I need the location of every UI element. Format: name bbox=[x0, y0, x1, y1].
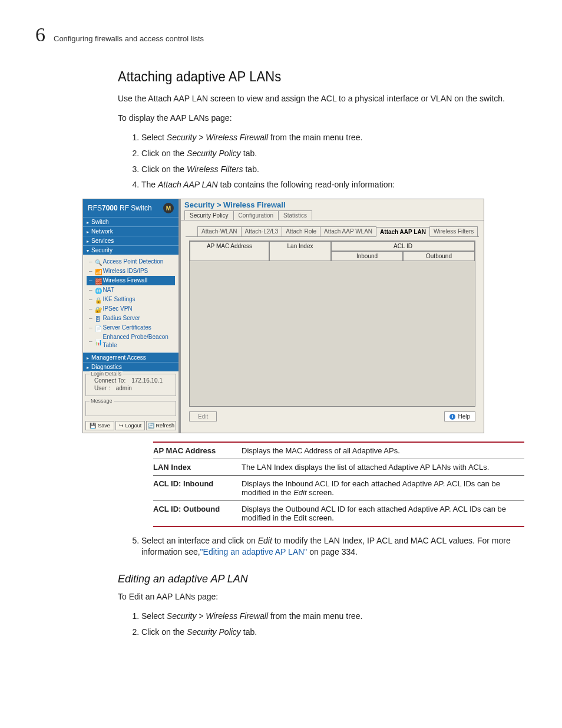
text: tab. bbox=[241, 149, 257, 158]
tab-wireless-filters[interactable]: Wireless Filters bbox=[429, 226, 478, 236]
description-table: AP MAC Address Displays the MAC Address … bbox=[153, 442, 524, 527]
tab-statistics[interactable]: Statistics bbox=[278, 210, 312, 220]
sidebar-item-management[interactable]: ▸Management Access bbox=[83, 353, 178, 362]
sidebar-item-switch[interactable]: ▸Switch bbox=[83, 217, 178, 226]
action-row: Edit iHelp bbox=[181, 410, 484, 426]
emphasis: Edit bbox=[258, 536, 272, 545]
text: tab. bbox=[243, 164, 259, 174]
steps-list-continued: Select an interface and click on Edit to… bbox=[118, 535, 527, 558]
value: admin bbox=[116, 385, 132, 391]
app-screenshot: RFS7000 RF Switch M ▸Switch ▸Network ▸Se… bbox=[82, 199, 484, 433]
label: Server Certificates bbox=[103, 324, 151, 332]
label: Switch bbox=[91, 219, 108, 225]
tree-item-probe[interactable]: –📊Enhanced Probe/Beacon Table bbox=[89, 332, 177, 350]
text: screen. bbox=[307, 488, 334, 497]
save-button[interactable]: 💾Save bbox=[85, 421, 114, 430]
label: Wireless Firewall bbox=[103, 276, 148, 285]
label: Access Point Detection bbox=[103, 258, 164, 266]
tree-item-access-point-detection[interactable]: –🔍Access Point Detection bbox=[89, 257, 177, 266]
tree-item-ike[interactable]: –🔒IKE Settings bbox=[89, 295, 177, 304]
text: tab. bbox=[241, 627, 257, 637]
grid-body-empty bbox=[190, 261, 475, 406]
grid-header: AP MAC Address Lan Index ACL ID Inbound … bbox=[190, 241, 475, 261]
table-row: ACL ID: Outbound Displays the Outbound A… bbox=[153, 501, 524, 527]
emphasis: Security > Wireless Firewall bbox=[167, 611, 268, 621]
text: Click on the bbox=[141, 164, 187, 174]
step-4: The Attach AAP LAN tab contains the foll… bbox=[141, 179, 527, 190]
label: Diagnostics bbox=[91, 364, 122, 370]
message-box: Message bbox=[85, 401, 176, 416]
logout-button[interactable]: ↪Logout bbox=[115, 421, 144, 430]
text: Select bbox=[141, 133, 167, 142]
col-outbound[interactable]: Outbound bbox=[403, 251, 475, 261]
sidebar-item-network[interactable]: ▸Network bbox=[83, 226, 178, 236]
label: Services bbox=[91, 238, 114, 244]
lock-icon: 🔒 bbox=[95, 297, 101, 302]
main-panel: Security > Wireless Firewall Security Po… bbox=[181, 199, 484, 433]
value: 172.16.10.1 bbox=[131, 377, 163, 384]
field-desc: Displays the MAC Address of all Adaptive… bbox=[242, 442, 524, 459]
tab-attach-aap-lan[interactable]: Attach AAP LAN bbox=[376, 227, 430, 237]
text: Click on the bbox=[141, 149, 187, 158]
save-icon: 💾 bbox=[90, 423, 96, 429]
label: Wireless IDS/IPS bbox=[103, 267, 148, 275]
tab-security-policy[interactable]: Security Policy bbox=[184, 210, 234, 220]
chapter-title: Configuring firewalls and access control… bbox=[54, 34, 204, 43]
text: Click on the bbox=[141, 627, 187, 637]
col-ap-mac[interactable]: AP MAC Address bbox=[190, 241, 269, 261]
table-icon: 📊 bbox=[95, 338, 101, 344]
intro-paragraph: Use the Attach AAP LAN screen to view an… bbox=[118, 93, 527, 104]
sidebar-item-security[interactable]: ▾Security bbox=[83, 245, 178, 255]
tab-attach-l2l3[interactable]: Attach-L2/L3 bbox=[241, 226, 283, 236]
text: RFS bbox=[88, 204, 102, 212]
tree-item-wireless-firewall[interactable]: –🧱Wireless Firewall bbox=[87, 276, 175, 285]
certificate-icon: 📄 bbox=[95, 325, 101, 331]
tree-item-certificates[interactable]: –📄Server Certificates bbox=[89, 323, 177, 332]
cross-ref-link[interactable]: "Editing an adaptive AP LAN" bbox=[200, 547, 308, 556]
caret-right-icon: ▸ bbox=[87, 220, 89, 225]
field-name: AP MAC Address bbox=[153, 442, 242, 459]
caret-down-icon: ▾ bbox=[87, 248, 89, 253]
data-grid: AP MAC Address Lan Index ACL ID Inbound … bbox=[189, 241, 475, 407]
security-tree: –🔍Access Point Detection –📶Wireless IDS/… bbox=[83, 255, 178, 353]
text: 7000 bbox=[102, 204, 118, 212]
label: Enhanced Probe/Beacon Table bbox=[103, 333, 177, 350]
caret-right-icon: ▸ bbox=[87, 365, 89, 370]
sub-steps-list: Select Security > Wireless Firewall from… bbox=[118, 611, 527, 638]
refresh-icon: 🔄 bbox=[148, 423, 154, 429]
tab-attach-role[interactable]: Attach Role bbox=[282, 226, 320, 236]
text: tab contains the following read-only inf… bbox=[218, 180, 395, 189]
tab-configuration[interactable]: Configuration bbox=[233, 210, 279, 220]
tab-attach-wlan[interactable]: Attach-WLAN bbox=[197, 226, 242, 236]
emphasis: Security > Wireless Firewall bbox=[167, 133, 268, 142]
label: IKE Settings bbox=[103, 295, 135, 304]
step-2: Click on the Security Policy tab. bbox=[141, 148, 527, 159]
text: Select an interface and click on bbox=[141, 536, 258, 545]
label: Security bbox=[91, 247, 113, 253]
tree-item-wireless-ids[interactable]: –📶Wireless IDS/IPS bbox=[89, 266, 177, 276]
vpn-icon: 🔐 bbox=[95, 306, 101, 312]
tree-item-ipsec[interactable]: –🔐IPSec VPN bbox=[89, 304, 177, 314]
edit-button[interactable]: Edit bbox=[189, 411, 217, 421]
table-row: ACL ID: Inbound Displays the Inbound ACL… bbox=[153, 476, 524, 501]
tree-item-nat[interactable]: –🌐NAT bbox=[89, 285, 177, 295]
help-button[interactable]: iHelp bbox=[444, 411, 475, 421]
label: User : bbox=[94, 385, 110, 391]
field-desc: The LAN Index displays the list of attac… bbox=[242, 459, 524, 476]
col-inbound[interactable]: Inbound bbox=[331, 251, 403, 261]
sidebar-item-diagnostics[interactable]: ▸Diagnostics bbox=[83, 362, 178, 371]
col-lan-index[interactable]: Lan Index bbox=[269, 241, 331, 261]
table-row: AP MAC Address Displays the MAC Address … bbox=[153, 442, 524, 459]
label: Radius Server bbox=[103, 314, 140, 322]
tree-item-radius[interactable]: –🗄Radius Server bbox=[89, 314, 177, 323]
steps-list: Select Security > Wireless Firewall from… bbox=[118, 132, 527, 191]
product-name: RFS7000 RF Switch bbox=[88, 204, 152, 212]
emphasis: Edit bbox=[293, 488, 306, 497]
emphasis: Wireless Filters bbox=[187, 164, 243, 174]
label: Help bbox=[458, 413, 470, 420]
field-desc: Displays the Outbound ACL ID for each at… bbox=[242, 501, 524, 527]
tab-attach-aap-wlan[interactable]: Attach AAP WLAN bbox=[320, 226, 376, 236]
sidebar-item-services[interactable]: ▸Services bbox=[83, 236, 178, 245]
subsection-title: Editing an adaptive AP LAN bbox=[118, 573, 527, 585]
refresh-button[interactable]: 🔄Refresh bbox=[146, 421, 177, 430]
